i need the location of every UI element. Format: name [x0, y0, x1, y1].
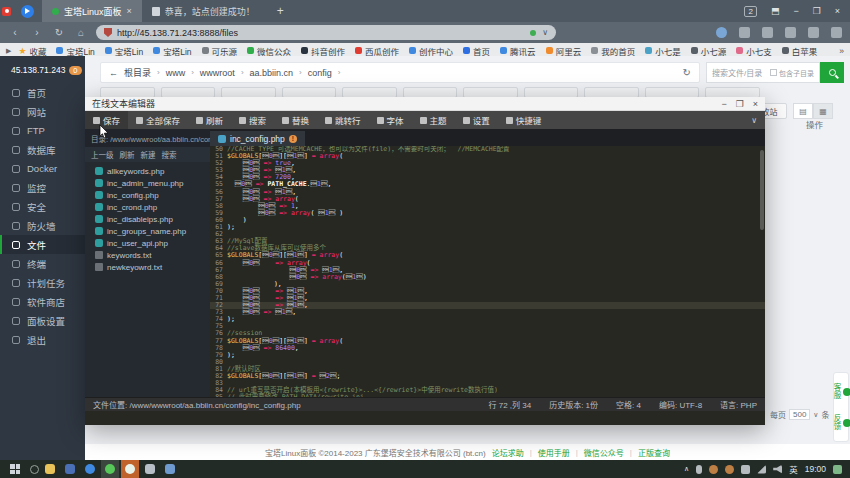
- pagination-control[interactable]: 每页 500 ∨ 条: [770, 409, 829, 420]
- code-line-73[interactable]: 73 0 => 1,: [210, 309, 765, 316]
- bookmark-item[interactable]: 西瓜创作: [352, 45, 402, 57]
- forward-button[interactable]: ›: [30, 27, 44, 38]
- bookmarks-overflow-icon[interactable]: »: [839, 46, 844, 56]
- file-list-item[interactable]: inc_disableips.php: [85, 213, 210, 225]
- browser-tab-active[interactable]: 宝塔Linux面板 ×: [42, 0, 142, 22]
- back-button[interactable]: ‹: [8, 27, 22, 38]
- grid-view-toggle[interactable]: ▦: [813, 103, 833, 119]
- code-line-75[interactable]: 75: [210, 323, 765, 330]
- new-tab-button[interactable]: +: [265, 4, 296, 18]
- sidebar-item-网站[interactable]: 网站: [0, 102, 85, 121]
- edge-browser-button[interactable]: [81, 460, 99, 478]
- editor-toolbar-字体[interactable]: 字体: [369, 111, 412, 129]
- sidebar-item-防火墙[interactable]: 防火墙: [0, 216, 85, 235]
- bookmark-item[interactable]: 宝塔Lin: [102, 45, 146, 57]
- code-line-68[interactable]: 68 0 => array(1): [210, 274, 765, 281]
- editor-toolbar-快捷键[interactable]: 快捷键: [498, 111, 550, 129]
- footer-link-forum[interactable]: 论坛求助: [492, 447, 524, 458]
- editor-close-button[interactable]: ×: [753, 99, 758, 109]
- breadcrumb-segment[interactable]: config: [308, 68, 332, 78]
- code-line-82[interactable]: 82$GLOBALS[0][1] = 2;: [210, 373, 765, 380]
- notification-icon[interactable]: [833, 465, 842, 474]
- thumb-icon-1[interactable]: [709, 465, 718, 474]
- code-line-74[interactable]: 74);: [210, 316, 765, 323]
- sidebar-item-终端[interactable]: 终端: [0, 254, 85, 273]
- sidebar-item-首页[interactable]: 首页: [0, 83, 85, 102]
- code-line-79[interactable]: 79);: [210, 352, 765, 359]
- file-explorer-button[interactable]: [41, 460, 59, 478]
- file-list-item[interactable]: newkeyowrd.txt: [85, 261, 210, 273]
- bookmarks-panel-icon[interactable]: ▶: [6, 47, 11, 55]
- footer-link-manual[interactable]: 使用手册: [538, 447, 570, 458]
- sidebar-item-计划任务[interactable]: 计划任务: [0, 273, 85, 292]
- search-input[interactable]: 搜索文件/目录 包含子目录: [706, 62, 820, 83]
- reload-button[interactable]: ↻: [52, 27, 66, 38]
- bookmark-item[interactable]: 白苹果: [779, 45, 821, 57]
- subdirectory-checkbox[interactable]: [770, 69, 777, 76]
- editor-toolbar-全部保存[interactable]: 全部保存: [128, 111, 188, 129]
- file-list-item[interactable]: allkeywords.php: [85, 165, 210, 177]
- bookmark-item[interactable]: 小七支: [733, 45, 775, 57]
- sidebar-item-Docker[interactable]: Docker: [0, 159, 85, 178]
- feedback-button[interactable]: 反馈: [831, 414, 850, 431]
- sidebar-item-面板设置[interactable]: 面板设置: [0, 311, 85, 330]
- file-list-item[interactable]: inc_admin_menu.php: [85, 177, 210, 189]
- tray-expand-icon[interactable]: ∧: [684, 465, 689, 473]
- taskbar-search-icon[interactable]: [30, 465, 39, 474]
- code-scrollbar[interactable]: [760, 150, 764, 230]
- url-input[interactable]: http://45.138.71.243:8888/files ∨: [96, 25, 556, 40]
- tab-close-icon[interactable]: ×: [127, 6, 132, 16]
- code-line-59[interactable]: 59 0 => array( 1 ): [210, 210, 765, 217]
- gear-icon[interactable]: [785, 27, 796, 38]
- list-view-toggle[interactable]: ▤: [793, 103, 813, 119]
- code-line-80[interactable]: 80: [210, 359, 765, 366]
- code-line-78[interactable]: 78 0 => 86400,: [210, 345, 765, 352]
- clock[interactable]: 19:00: [805, 464, 826, 474]
- editor-toolbar-刷新[interactable]: 刷新: [188, 111, 231, 129]
- file-list-item[interactable]: inc_crond.php: [85, 201, 210, 213]
- encoding-setting[interactable]: 编码: UTF-8: [659, 399, 702, 410]
- browser-tab-2[interactable]: 恭喜，站点创建成功！: [142, 0, 265, 22]
- sidebar-item-退出[interactable]: 退出: [0, 330, 85, 349]
- editor-toolbar-替换[interactable]: 替换: [274, 111, 317, 129]
- sidebar-item-FTP[interactable]: FTP: [0, 121, 85, 140]
- bookmark-item[interactable]: 宝塔Lin: [150, 45, 194, 57]
- window-close-button[interactable]: ×: [835, 6, 840, 16]
- bookmark-item[interactable]: 腾讯云: [497, 45, 539, 57]
- history-versions[interactable]: 历史版本: 1份: [549, 399, 598, 410]
- bookmark-item[interactable]: 可乐源: [199, 45, 241, 57]
- customer-service-button[interactable]: 客服: [831, 383, 850, 400]
- chevron-down-icon[interactable]: ∨: [813, 411, 818, 419]
- editor-toolbar-跳转行[interactable]: 跳转行: [317, 111, 369, 129]
- editor-toolbar-主题[interactable]: 主题: [412, 111, 455, 129]
- breadcrumb-back-icon[interactable]: ←: [109, 68, 118, 78]
- app-button-4[interactable]: [161, 460, 179, 478]
- active-browser-button[interactable]: [121, 460, 139, 478]
- bookmark-item[interactable]: 小七源: [688, 45, 730, 57]
- footer-link-license[interactable]: 正版查询: [638, 447, 670, 458]
- file-panel-搜索[interactable]: 搜索: [162, 149, 177, 160]
- search-button[interactable]: [820, 62, 844, 83]
- share-icon[interactable]: [716, 27, 727, 38]
- sidebar-item-安全[interactable]: 安全: [0, 197, 85, 216]
- message-count-badge[interactable]: 0: [69, 66, 81, 75]
- file-panel-刷新[interactable]: 刷新: [120, 149, 135, 160]
- file-list-item[interactable]: inc_config.php: [85, 189, 210, 201]
- thumb-icon-2[interactable]: [725, 465, 734, 474]
- window-minimize-button[interactable]: −: [793, 6, 798, 16]
- menu-icon[interactable]: [831, 27, 842, 38]
- code-line-61[interactable]: 61);: [210, 224, 765, 231]
- url-chevron-icon[interactable]: ∨: [542, 28, 548, 37]
- editor-maximize-button[interactable]: ❐: [736, 99, 744, 109]
- breadcrumb-segment[interactable]: aa.bbiin.cn: [250, 68, 294, 78]
- toolbar-chevron-icon[interactable]: ∨: [751, 116, 765, 125]
- footer-link-wechat[interactable]: 微信公众号: [584, 447, 624, 458]
- bookmark-item[interactable]: 宝塔Lin: [53, 45, 97, 57]
- sidebar-item-监控[interactable]: 监控: [0, 178, 85, 197]
- bookmark-item[interactable]: 我的首页: [588, 45, 638, 57]
- file-list-item[interactable]: keywords.txt: [85, 249, 210, 261]
- file-panel-上一级[interactable]: 上一级: [91, 149, 114, 160]
- home-button[interactable]: ⌂: [74, 27, 88, 38]
- scissors-icon[interactable]: [739, 27, 750, 38]
- history-sync-icon[interactable]: [808, 27, 819, 38]
